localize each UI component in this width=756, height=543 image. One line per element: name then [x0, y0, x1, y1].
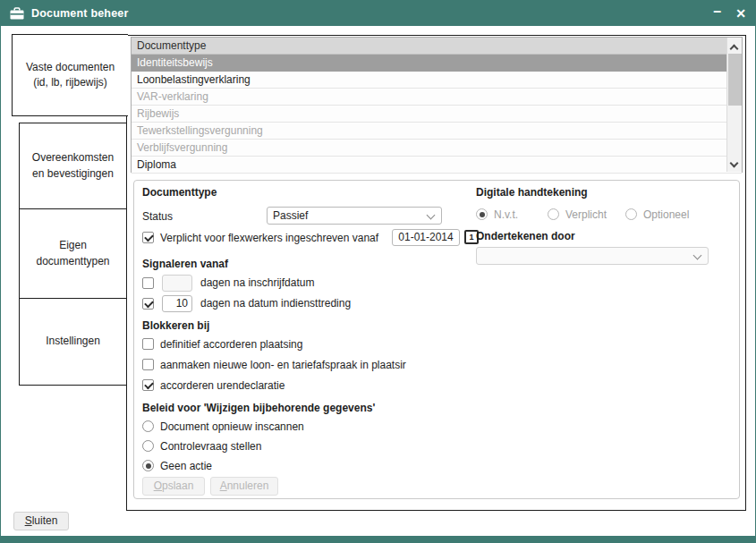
section-heading-blokkeren: Blokkeren bij	[142, 319, 209, 332]
list-item[interactable]: Tewerkstellingsvergunning	[132, 123, 742, 140]
signaleren-indienst-label: dagen na datum indiensttreding	[200, 297, 351, 310]
chevron-down-icon	[427, 211, 436, 220]
window-title: Document beheer	[31, 7, 129, 20]
list-item[interactable]: Loonbelastingverklaring	[132, 72, 742, 89]
ondertekenen-door-dropdown[interactable]	[476, 247, 709, 265]
blokkeren-tariefafspraak-checkbox[interactable]	[142, 359, 154, 370]
ondertekenen-door-label: Ondertekenen door	[476, 230, 575, 242]
radio-nvt-label: N.v.t.	[494, 208, 518, 221]
close-icon[interactable]: ✕	[735, 7, 746, 20]
list-item-label: Tewerkstellingsvergunning	[137, 124, 263, 137]
sluiten-button[interactable]: Sluiten	[13, 512, 69, 530]
status-dropdown-value: Passief	[273, 209, 308, 222]
blokkeren-tariefafspraak-label: aanmaken nieuwe loon- en tariefafspraak …	[160, 359, 406, 371]
verplicht-checkbox[interactable]	[142, 232, 154, 243]
list-item-label: Loonbelastingverklaring	[137, 73, 251, 86]
document-settings-panel: Documenttype Status Passief Verplicht vo…	[133, 180, 740, 499]
blokkeren-plaatsing-label: definitief accorderen plaatsing	[160, 338, 302, 351]
tab-instellingen[interactable]: Instellingen	[19, 298, 127, 386]
signaleren-inschrijf-checkbox[interactable]	[142, 277, 154, 289]
radio-verplicht[interactable]	[548, 208, 559, 220]
radio-optioneel-label: Optioneel	[643, 208, 689, 221]
radio-verplicht-label: Verplicht	[565, 208, 607, 221]
list-item[interactable]: Diploma	[132, 157, 742, 174]
list-item-label: Diploma	[137, 158, 176, 171]
signaleren-indienst-checkbox[interactable]	[142, 298, 154, 310]
tab-vaste-documenten[interactable]: Vaste documenten (id, lb, rijbewijs)	[12, 34, 128, 116]
scrollbar[interactable]	[726, 38, 742, 172]
beleid-geen-actie-radio[interactable]	[142, 460, 154, 471]
scroll-thumb[interactable]	[728, 54, 742, 106]
beleid-controlevraag-label: Controlevraag stellen	[160, 440, 261, 453]
list-header: Documenttype	[132, 38, 742, 55]
list-item-label: Identiteitsbewijs	[137, 56, 213, 69]
radio-optioneel[interactable]	[625, 208, 637, 220]
tab-overeenkomsten[interactable]: Overeenkomsten en bevestigingen	[19, 123, 127, 209]
minimize-icon[interactable]: –	[713, 4, 721, 22]
opslaan-button[interactable]: Opslaan	[142, 477, 205, 496]
signaleren-indienst-days-input[interactable]: 10	[162, 295, 192, 312]
blokkeren-plaatsing-checkbox[interactable]	[142, 338, 154, 350]
list-item-label: VAR-verklaring	[137, 90, 208, 103]
scroll-down-icon[interactable]	[731, 161, 738, 168]
briefcase-icon	[10, 7, 24, 20]
date-input[interactable]: 01-01-2014	[392, 229, 460, 246]
radio-nvt[interactable]	[476, 208, 488, 220]
section-heading-documenttype: Documenttype	[142, 186, 217, 199]
window-bottom-edge	[1, 536, 755, 542]
signaleren-inschrijf-label: dagen na inschrijfdatum	[200, 276, 314, 289]
verplicht-label: Verplicht voor flexwerkers ingeschreven …	[160, 232, 378, 244]
section-heading-signaleren: Signaleren vanaf	[142, 258, 228, 270]
beleid-geen-actie-label: Geen actie	[160, 460, 212, 472]
scroll-up-icon[interactable]	[731, 43, 738, 50]
blokkeren-urendeclaratie-checkbox[interactable]	[142, 379, 154, 391]
status-label: Status	[142, 210, 173, 223]
beleid-inscannen-radio[interactable]	[142, 420, 154, 432]
chevron-down-icon	[693, 251, 702, 260]
list-item-label: Rijbewijs	[137, 107, 179, 120]
list-item[interactable]: Identiteitsbewijs	[132, 55, 742, 72]
blokkeren-urendeclaratie-label: accorderen urendeclaratie	[160, 379, 285, 392]
list-item[interactable]: Verblijfsvergunning	[132, 140, 742, 157]
section-heading-beleid: Beleid voor 'Wijzigen bijbehorende gegev…	[142, 402, 375, 414]
documenttype-list: Documenttype Identiteitsbewijs Loonbelas…	[131, 37, 743, 173]
status-dropdown[interactable]: Passief	[267, 207, 442, 225]
list-item[interactable]: VAR-verklaring	[132, 89, 742, 106]
list-item[interactable]: Rijbewijs	[132, 106, 742, 123]
signaleren-inschrijf-days-input[interactable]	[162, 275, 192, 292]
titlebar: Document beheer – ✕	[1, 1, 755, 26]
beleid-inscannen-label: Document opnieuw inscannen	[160, 420, 304, 433]
tab-eigen-documenttypen[interactable]: Eigen documenttypen	[19, 208, 127, 299]
section-heading-digitale-handtekening: Digitale handtekening	[476, 186, 588, 199]
document-beheer-window: Document beheer – ✕ Vaste documenten (id…	[0, 0, 756, 543]
list-item-label: Verblijfsvergunning	[137, 141, 227, 154]
annuleren-button[interactable]: Annuleren	[210, 477, 278, 496]
beleid-controlevraag-radio[interactable]	[142, 440, 154, 452]
